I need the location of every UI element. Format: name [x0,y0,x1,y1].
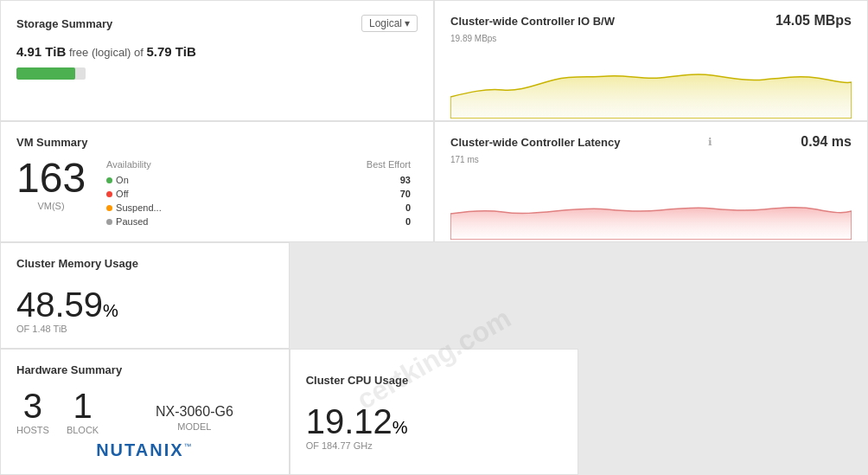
availability-header: Availability [106,157,277,173]
nutanix-logo: NUTANIX™ [16,440,273,460]
dropdown-arrow-icon: ▾ [405,17,410,29]
cpu-metric: 19.12% OF 184.77 GHz [306,404,563,451]
memory-sub: OF 1.48 TiB [16,324,273,334]
vm-row-on: On 93 [106,173,418,187]
suspend-dot [106,205,112,211]
off-label: Off [116,189,128,199]
cpu-title: Cluster CPU Usage [306,374,563,387]
storage-free-text: 4.91 TiB free (logical) of 5.79 TiB [16,44,418,59]
latency-title: Cluster-wide Controller Latency [450,136,620,149]
hosts-block: 3 HOSTS [16,388,49,435]
suspend-label: Suspend... [116,202,162,213]
model-name: NX-3060-G6 [156,404,233,420]
latency-svg [450,166,852,240]
on-dot [106,177,112,183]
vm-number: 163 [16,157,86,199]
best-effort-header: Best Effort [277,157,418,173]
memory-value: 48.59 [16,286,103,324]
logical-dropdown[interactable]: Logical ▾ [361,15,418,32]
bottom-row: certking.com Hardware Summary 3 HOSTS 1 … [0,242,868,475]
iobw-card: Cluster-wide Controller IO B/W 14.05 MBp… [434,0,868,121]
hardware-title: Hardware Summary [16,363,273,376]
iobw-chart [450,45,852,121]
hosts-label: HOSTS [16,425,49,435]
block-number: 1 [73,388,92,423]
storage-card: Storage Summary Logical ▾ 4.91 TiB free … [0,0,434,121]
cpu-unit: % [393,418,408,437]
nutanix-text: NUTANIX [96,440,183,459]
off-value: 70 [277,187,418,201]
iobw-value: 14.05 MBps [775,13,852,29]
cpu-card: Cluster CPU Usage 19.12% OF 184.77 GHz [290,349,579,475]
vm-row-paused: Paused 0 [106,215,418,228]
storage-bar-fill [16,67,75,80]
hardware-card: Hardware Summary 3 HOSTS 1 BLOCK NX-3060… [0,349,290,475]
vm-count-label: VM(S) [37,201,64,211]
vm-row-off: Off 70 [106,187,418,201]
memory-unit: % [103,301,118,320]
vm-title: VM Summary [16,136,418,149]
latency-value: 0.94 ms [801,134,852,150]
paused-dot [106,219,112,225]
storage-free-value: 4.91 TiB [16,44,66,59]
vm-availability: Availability Best Effort On 93 Off 70 [106,157,418,228]
latency-card: Cluster-wide Controller Latency ℹ 0.94 m… [434,121,868,242]
cpu-sub: OF 184.77 GHz [306,440,563,451]
block-label: BLOCK [67,425,99,435]
block-block: 1 BLOCK [67,388,99,435]
off-dot [106,191,112,197]
model-block: NX-3060-G6 MODEL [116,404,272,435]
hardware-content: 3 HOSTS 1 BLOCK NX-3060-G6 MODEL [16,385,273,435]
info-icon: ℹ [708,136,712,148]
vm-count-block: 163 VM(S) [16,157,86,211]
on-label: On [116,175,129,185]
storage-total-value: 5.79 TiB [147,44,196,59]
storage-bar-background [16,67,86,80]
storage-title: Storage Summary [16,17,112,30]
hosts-number: 3 [23,388,42,423]
iobw-svg [450,45,852,119]
vm-row-suspend: Suspend... 0 [106,201,418,215]
paused-value: 0 [277,215,418,228]
memory-metric: 48.59% OF 1.48 TiB [16,287,273,334]
on-value: 93 [277,173,418,187]
logical-label: Logical [369,17,402,29]
vm-content: 163 VM(S) Availability Best Effort On 93 [16,157,418,228]
memory-title: Cluster Memory Usage [16,257,273,270]
iobw-ymax: 19.89 MBps [450,34,852,43]
paused-label: Paused [116,216,148,227]
latency-ymax: 171 ms [450,155,852,164]
model-label: MODEL [177,421,211,432]
dashboard: Storage Summary Logical ▾ 4.91 TiB free … [0,0,868,475]
cpu-value: 19.12 [306,402,393,440]
suspend-value: 0 [277,201,418,215]
vm-card: VM Summary 163 VM(S) Availability Best E… [0,121,434,242]
memory-card: Cluster Memory Usage 48.59% OF 1.48 TiB [0,242,290,349]
nutanix-tm: ™ [184,442,194,451]
latency-chart [450,166,852,242]
iobw-title: Cluster-wide Controller IO B/W [450,15,615,28]
